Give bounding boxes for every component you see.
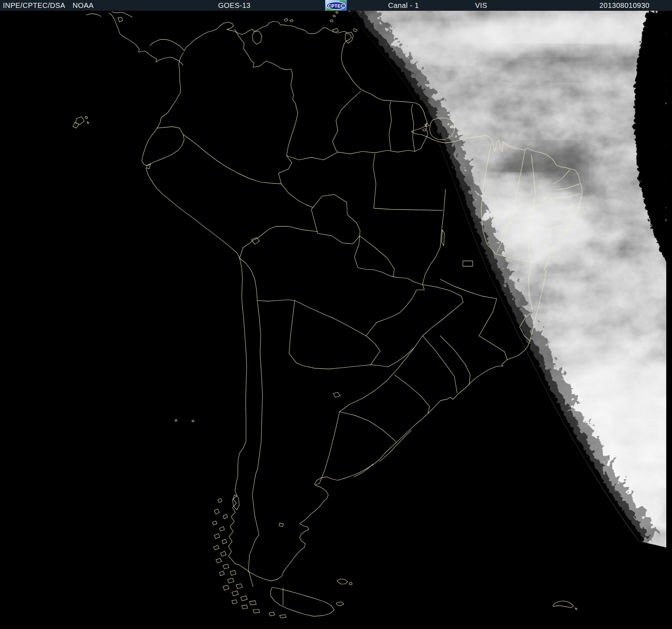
satellite-map-canvas — [0, 11, 672, 629]
noaa-label: NOAA — [73, 0, 94, 11]
goes-vis-image — [0, 11, 672, 629]
header-bar: INPE/CPTEC/DSA NOAA GOES-13 Canal - 1 VI… — [0, 0, 672, 11]
timestamp-label: 201308010930 — [599, 0, 649, 11]
channel-label: Canal - 1 — [388, 0, 419, 11]
cptec-logo-text: CPTEC — [328, 4, 344, 9]
cptec-logo-icon: CPTEC — [325, 0, 347, 11]
channel-type-label: VIS — [475, 0, 487, 11]
satellite-image-product: INPE/CPTEC/DSA NOAA GOES-13 Canal - 1 VI… — [0, 0, 672, 629]
satellite-label: GOES-13 — [218, 0, 250, 11]
agency-label: INPE/CPTEC/DSA — [3, 0, 65, 11]
